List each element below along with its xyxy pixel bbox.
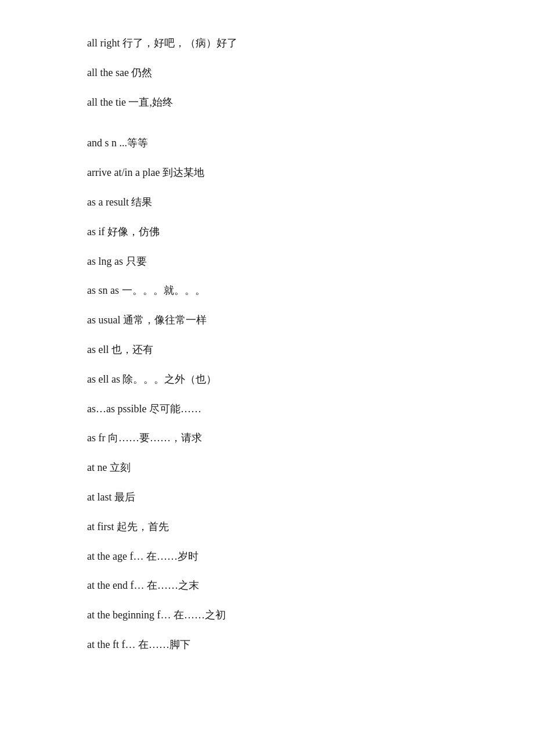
dictionary-entry: all right 行了，好吧，（病）好了 (87, 35, 447, 52)
meaning-text: 向……要……，请求 (105, 432, 202, 444)
phrase-text: at the end f… (87, 579, 144, 591)
phrase-text: as lng as (87, 255, 123, 267)
phrase-text: at the age f… (87, 550, 143, 562)
meaning-text: 最后 (112, 491, 136, 503)
phrase-text: at the beginning f… (87, 609, 171, 621)
meaning-text: 行了，好吧，（病）好了 (120, 37, 238, 49)
phrase-text: as usual (87, 314, 121, 326)
dictionary-entry: at the end f… 在……之末 (87, 577, 447, 594)
dictionary-entry: at first 起先，首先 (87, 519, 447, 535)
phrase-text: as fr (87, 432, 105, 444)
meaning-text: 好像，仿佛 (105, 226, 160, 237)
meaning-text: 一直,始终 (126, 96, 173, 108)
content-area: all right 行了，好吧，（病）好了all the sae 仍然all t… (87, 35, 447, 653)
meaning-text: 也，还有 (109, 344, 154, 355)
meaning-text: 在……之末 (144, 579, 199, 591)
meaning-text: 除。。。之外（也） (120, 373, 217, 385)
dictionary-entry: as a result 结果 (87, 194, 447, 211)
meaning-text: 在……脚下 (135, 639, 190, 650)
meaning-text: 仍然 (129, 67, 153, 78)
dictionary-entry: as ell 也，还有 (87, 341, 447, 358)
phrase-text: as ell (87, 344, 109, 355)
dictionary-entry: all the tie 一直,始终 (87, 94, 447, 111)
dictionary-entry: as if 好像，仿佛 (87, 224, 447, 240)
phrase-text: at last (87, 491, 112, 503)
phrase-text: all the sae (87, 67, 129, 78)
spacer (87, 123, 447, 135)
dictionary-entry: as fr 向……要……，请求 (87, 430, 447, 447)
dictionary-entry: at the ft f… 在……脚下 (87, 636, 447, 653)
meaning-text: 起先，首先 (114, 521, 169, 532)
phrase-text: at first (87, 521, 114, 532)
phrase-text: as sn as (87, 285, 119, 296)
phrase-text: as a result (87, 196, 129, 208)
phrase-text: all right (87, 37, 120, 49)
phrase-text: arrive at/in a plae (87, 167, 160, 178)
phrase-text: at the ft f… (87, 639, 135, 650)
dictionary-entry: and s n ...等等 (87, 135, 447, 152)
dictionary-entry: as usual 通常，像往常一样 (87, 312, 447, 329)
dictionary-entry: at ne 立刻 (87, 459, 447, 476)
meaning-text: 尽可能…… (147, 403, 202, 415)
dictionary-entry: at the age f… 在……岁时 (87, 548, 447, 565)
dictionary-entry: as sn as 一。。。就。。。 (87, 282, 447, 299)
phrase-text: and s n ... (87, 137, 127, 149)
dictionary-entry: as…as pssible 尽可能…… (87, 401, 447, 417)
meaning-text: 到达某地 (160, 167, 204, 178)
dictionary-entry: at last 最后 (87, 489, 447, 506)
phrase-text: as if (87, 226, 105, 237)
dictionary-entry: as ell as 除。。。之外（也） (87, 371, 447, 388)
meaning-text: 在……之初 (171, 609, 226, 621)
phrase-text: as…as pssible (87, 403, 147, 415)
dictionary-entry: at the beginning f… 在……之初 (87, 607, 447, 624)
phrase-text: as ell as (87, 373, 120, 385)
phrase-text: at ne (87, 462, 107, 473)
dictionary-entry: all the sae 仍然 (87, 64, 447, 81)
meaning-text: 等等 (127, 137, 148, 149)
meaning-text: 结果 (129, 196, 153, 208)
meaning-text: 在……岁时 (143, 550, 199, 562)
phrase-text: all the tie (87, 96, 126, 108)
meaning-text: 一。。。就。。。 (119, 285, 205, 296)
dictionary-entry: arrive at/in a plae 到达某地 (87, 164, 447, 181)
meaning-text: 通常，像往常一样 (121, 314, 207, 326)
dictionary-entry: as lng as 只要 (87, 253, 447, 270)
meaning-text: 只要 (123, 255, 147, 267)
meaning-text: 立刻 (107, 462, 131, 473)
